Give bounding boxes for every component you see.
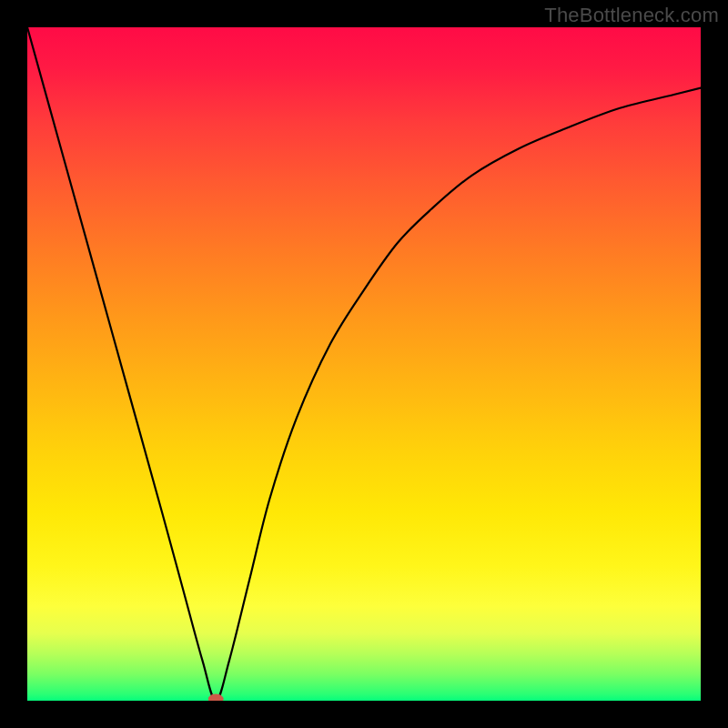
watermark-text: TheBottleneck.com xyxy=(544,4,719,27)
optimal-point-marker xyxy=(208,694,223,701)
curve-layer xyxy=(27,27,701,701)
plot-area xyxy=(27,27,701,701)
chart-frame: TheBottleneck.com xyxy=(0,0,728,728)
bottleneck-curve xyxy=(27,27,701,701)
